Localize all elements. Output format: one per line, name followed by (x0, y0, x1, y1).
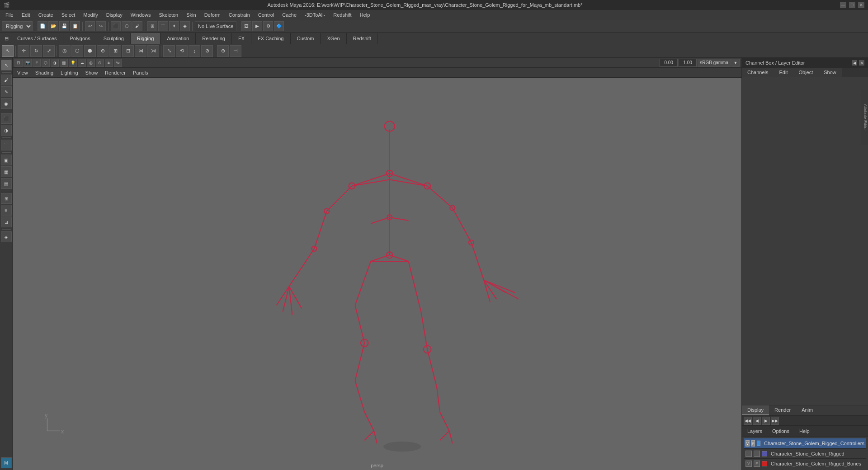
anim-tab[interactable]: Anim (796, 405, 818, 415)
connect-joint-icon[interactable]: ⋊ (147, 45, 159, 57)
rotate2-icon[interactable]: ⟲ (176, 45, 188, 57)
layer-vis-controllers[interactable]: V (745, 440, 750, 446)
maximize-button[interactable]: □ (849, 2, 855, 8)
layer-row-bones[interactable]: V P Character_Stone_Golem_Rigged_Bones (744, 458, 866, 468)
select-mode-btn[interactable]: ↖ (1, 60, 12, 70)
redo-button[interactable]: ↪ (96, 21, 106, 31)
vp-val2-input[interactable] (679, 59, 697, 67)
ik-handle-icon[interactable]: ⬡ (71, 45, 83, 57)
tab-polygons[interactable]: Polygons (63, 33, 97, 44)
vp-renderer-menu[interactable]: Renderer (102, 69, 128, 76)
layer-p-bones[interactable]: P (754, 461, 760, 467)
vp-shaded-btn[interactable]: ◑ (51, 59, 59, 67)
rotate-tool-icon[interactable]: ↻ (30, 45, 42, 57)
disconnect-joint-icon[interactable]: ⋈ (135, 45, 146, 57)
display-tab[interactable]: Display (742, 405, 769, 415)
soft-select-btn[interactable]: ◉ (1, 98, 12, 109)
options-subtab[interactable]: Options (769, 428, 793, 435)
vp-cam-btn[interactable]: 📷 (24, 59, 32, 67)
layer-vis-rigged[interactable] (745, 451, 752, 457)
menu-windows[interactable]: Windows (127, 11, 155, 19)
snap-btn[interactable]: ⊞ (1, 193, 12, 204)
tab-custom[interactable]: Custom (291, 33, 321, 44)
universal-manip[interactable]: ⊘ (201, 45, 213, 57)
snap-point[interactable]: ✦ (169, 21, 179, 31)
layers-subtab[interactable]: Layers (744, 428, 766, 435)
layer-row-controllers[interactable]: V P Character_Stone_Golem_Rigged_Control… (744, 438, 866, 448)
plus-icon[interactable]: ⊕ (217, 45, 229, 57)
tabs-expand-icon[interactable]: ⊟ (2, 33, 11, 44)
viewport-canvas[interactable]: x y persp (13, 78, 741, 470)
menu-help[interactable]: Help (356, 11, 374, 19)
menu-display[interactable]: Display (103, 11, 126, 19)
save-scene-button[interactable]: 💾 (59, 21, 69, 31)
layer-p-controllers[interactable]: P (751, 440, 755, 446)
joint-orient-icon[interactable]: ⊕ (97, 45, 108, 57)
object-tab[interactable]: Object (793, 68, 818, 77)
menu-control[interactable]: Control (255, 11, 278, 19)
close-button[interactable]: ✕ (858, 2, 864, 8)
vp-menu-btn[interactable]: ⊟ (14, 59, 23, 67)
layer-p-rigged[interactable] (754, 451, 760, 457)
panel-close-btn[interactable]: ✕ (859, 60, 864, 66)
menu-deform[interactable]: Deform (201, 11, 224, 19)
joint-tool-icon[interactable]: ◎ (59, 45, 71, 57)
sculpt-btn[interactable]: ✎ (1, 86, 12, 97)
menu-create[interactable]: Create (35, 11, 57, 19)
snap-grid[interactable]: ⊞ (147, 21, 157, 31)
display-btn[interactable]: ⬛ (1, 113, 12, 124)
edit-tab[interactable]: Edit (774, 68, 793, 77)
viewport[interactable]: ⊟ 📷 # ⬡ ◑ ▩ 💡 ☁ ◎ ⊙ ≋ Aa sRGB gamma ▼ (13, 58, 741, 470)
new-scene-button[interactable]: 📄 (38, 21, 47, 31)
tab-curves-surfaces[interactable]: Curves / Surfaces (11, 33, 63, 44)
tab-xgen[interactable]: XGen (321, 33, 346, 44)
vp-shading-menu[interactable]: Shading (33, 69, 56, 76)
snap-surface[interactable]: ◈ (180, 21, 190, 31)
layers-next-btn[interactable]: ▶ (762, 417, 770, 425)
curve-btn[interactable]: ⌒ (1, 140, 12, 150)
menu-skin[interactable]: Skin (183, 11, 199, 19)
lasso-tool[interactable]: ⬡ (122, 21, 132, 31)
vp-shadow-btn[interactable]: ☁ (78, 59, 86, 67)
vp-grid-btn[interactable]: # (33, 59, 41, 67)
paint-tool-btn[interactable]: 🖌 (1, 75, 12, 85)
channels-tab[interactable]: Channels (742, 68, 774, 77)
panel-collapse-btn[interactable]: ◀ (852, 60, 857, 66)
layer-row-rigged[interactable]: Character_Stone_Golem_Rigged (744, 448, 866, 458)
mode-selector[interactable]: Rigging (2, 21, 33, 31)
tab-sculpting[interactable]: Sculpting (97, 33, 131, 44)
menu-edit[interactable]: Edit (18, 11, 34, 19)
scale2-icon[interactable]: ↕ (189, 45, 200, 57)
tab-redshift[interactable]: Redshift (347, 33, 378, 44)
scale-tool-icon[interactable]: ⤢ (43, 45, 55, 57)
menu-redshift[interactable]: Redshift (330, 11, 355, 19)
vp-texture-btn[interactable]: ▩ (60, 59, 68, 67)
vp-dof-btn[interactable]: ⊙ (96, 59, 104, 67)
align-btn[interactable]: ≡ (1, 205, 12, 216)
save-as-button[interactable]: 📋 (70, 21, 80, 31)
attribute-editor-tab[interactable]: Attribute Editor (862, 90, 868, 145)
vp-lighting-menu[interactable]: Lighting (58, 69, 81, 76)
undo-button[interactable]: ↩ (85, 21, 95, 31)
vp-view-menu[interactable]: View (14, 69, 31, 76)
gamma-dropdown[interactable]: ▼ (731, 59, 740, 67)
menu-constrain[interactable]: Constrain (225, 11, 254, 19)
help-subtab[interactable]: Help (796, 428, 813, 435)
tab-rendering[interactable]: Rendering (196, 33, 232, 44)
translate-icon[interactable]: ⤡ (163, 45, 175, 57)
bracket-icon[interactable]: ⊣ (230, 45, 241, 57)
menu-cache[interactable]: Cache (278, 11, 300, 19)
ipr-button[interactable]: ▶ (252, 21, 262, 31)
menu-file[interactable]: File (2, 11, 17, 19)
insert-joint-icon[interactable]: ⊞ (109, 45, 121, 57)
move-tool-icon[interactable]: ✛ (18, 45, 29, 57)
minimize-button[interactable]: — (840, 2, 846, 8)
layers-prev-btn[interactable]: ◀ (753, 417, 761, 425)
deform-btn[interactable]: ⊿ (1, 216, 12, 227)
menu-3dtoall[interactable]: -3DToAll- (301, 11, 329, 19)
hypershade-button[interactable]: 🔷 (274, 21, 284, 31)
snap-curve[interactable]: ⌒ (158, 21, 168, 31)
select-tool[interactable]: ⬛ (111, 21, 121, 31)
tab-fx-caching[interactable]: FX Caching (251, 33, 290, 44)
layer3-btn[interactable]: ▤ (1, 178, 12, 189)
